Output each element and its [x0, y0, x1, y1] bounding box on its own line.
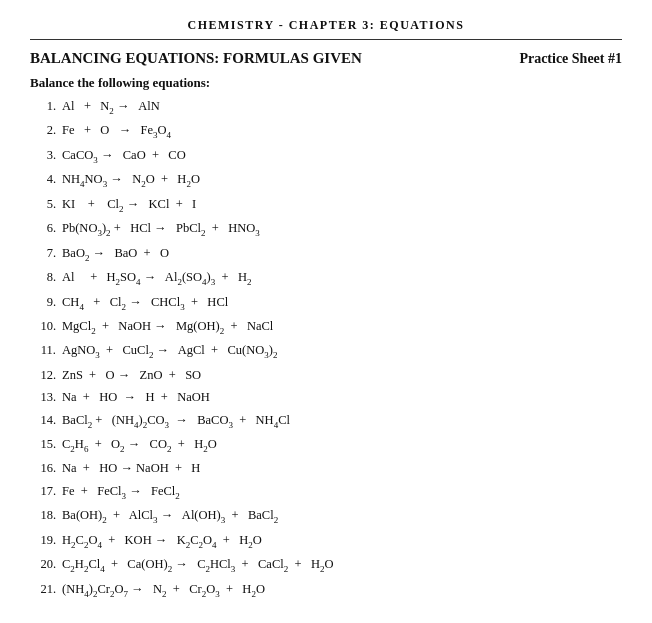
list-item: 21.(NH4)2Cr2O7 → N2 + Cr2O3 + H2O: [30, 580, 622, 601]
equation-content: BaO2 → BaO + O: [62, 244, 622, 265]
equation-number: 9.: [30, 293, 56, 312]
equation-content: MgCl2 + NaOH → Mg(OH)2 + NaCl: [62, 317, 622, 338]
equation-number: 20.: [30, 555, 56, 574]
doc-title-row: BALANCING EQUATIONS: FORMULAS GIVEN Prac…: [30, 50, 622, 67]
equation-content: Fe + FeCl3 → FeCl2: [62, 482, 622, 503]
equation-number: 13.: [30, 388, 56, 407]
doc-title: BALANCING EQUATIONS: FORMULAS GIVEN: [30, 50, 362, 67]
equation-content: BaCl2 + (NH4)2CO3 → BaCO3 + NH4Cl: [62, 411, 622, 432]
list-item: 12.ZnS + O → ZnO + SO: [30, 366, 622, 385]
equation-content: H2C2O4 + KOH → K2C2O4 + H2O: [62, 531, 622, 552]
instructions: Balance the following equations:: [30, 75, 622, 91]
list-item: 3.CaCO3 → CaO + CO: [30, 146, 622, 167]
list-item: 4.NH4NO3 → N2O + H2O: [30, 170, 622, 191]
list-item: 7.BaO2 → BaO + O: [30, 244, 622, 265]
equation-content: CaCO3 → CaO + CO: [62, 146, 622, 167]
list-item: 13.Na + HO → H + NaOH: [30, 388, 622, 407]
equation-content: Pb(NO3)2 + HCl → PbCl2 + HNO3: [62, 219, 622, 240]
equation-number: 16.: [30, 459, 56, 478]
equation-number: 5.: [30, 195, 56, 214]
equation-number: 2.: [30, 121, 56, 140]
equations-list: 1.Al + N2 → AlN2.Fe + O → Fe3O43.CaCO3 →…: [30, 97, 622, 601]
equation-content: AgNO3 + CuCl2 → AgCl + Cu(NO3)2: [62, 341, 622, 362]
equation-number: 3.: [30, 146, 56, 165]
list-item: 10.MgCl2 + NaOH → Mg(OH)2 + NaCl: [30, 317, 622, 338]
equation-content: NH4NO3 → N2O + H2O: [62, 170, 622, 191]
list-item: 15.C2H6 + O2 → CO2 + H2O: [30, 435, 622, 456]
equation-content: Fe + O → Fe3O4: [62, 121, 622, 142]
equation-number: 1.: [30, 97, 56, 116]
equation-content: C2H6 + O2 → CO2 + H2O: [62, 435, 622, 456]
list-item: 20.C2H2Cl4 + Ca(OH)2 → C2HCl3 + CaCl2 + …: [30, 555, 622, 576]
list-item: 9.CH4 + Cl2 → CHCl3 + HCl: [30, 293, 622, 314]
equation-number: 15.: [30, 435, 56, 454]
list-item: 1.Al + N2 → AlN: [30, 97, 622, 118]
list-item: 8.Al + H2SO4 → Al2(SO4)3 + H2: [30, 268, 622, 289]
equation-content: Al + N2 → AlN: [62, 97, 622, 118]
practice-label: Practice Sheet #1: [519, 51, 622, 67]
equation-number: 7.: [30, 244, 56, 263]
page-header: CHEMISTRY - CHAPTER 3: EQUATIONS: [30, 18, 622, 40]
equation-number: 18.: [30, 506, 56, 525]
equation-number: 11.: [30, 341, 56, 360]
equation-number: 4.: [30, 170, 56, 189]
equation-content: Na + HO → H + NaOH: [62, 388, 622, 407]
equation-content: Na + HO → NaOH + H: [62, 459, 622, 478]
equation-number: 8.: [30, 268, 56, 287]
equation-content: ZnS + O → ZnO + SO: [62, 366, 622, 385]
equation-number: 12.: [30, 366, 56, 385]
list-item: 6.Pb(NO3)2 + HCl → PbCl2 + HNO3: [30, 219, 622, 240]
equation-number: 10.: [30, 317, 56, 336]
equation-number: 6.: [30, 219, 56, 238]
equation-content: KI + Cl2 → KCl + I: [62, 195, 622, 216]
list-item: 17.Fe + FeCl3 → FeCl2: [30, 482, 622, 503]
equation-content: Ba(OH)2 + AlCl3 → Al(OH)3 + BaCl2: [62, 506, 622, 527]
equation-content: CH4 + Cl2 → CHCl3 + HCl: [62, 293, 622, 314]
equation-content: (NH4)2Cr2O7 → N2 + Cr2O3 + H2O: [62, 580, 622, 601]
list-item: 2.Fe + O → Fe3O4: [30, 121, 622, 142]
equation-content: C2H2Cl4 + Ca(OH)2 → C2HCl3 + CaCl2 + H2O: [62, 555, 622, 576]
equation-number: 21.: [30, 580, 56, 599]
list-item: 11.AgNO3 + CuCl2 → AgCl + Cu(NO3)2: [30, 341, 622, 362]
list-item: 14.BaCl2 + (NH4)2CO3 → BaCO3 + NH4Cl: [30, 411, 622, 432]
list-item: 18.Ba(OH)2 + AlCl3 → Al(OH)3 + BaCl2: [30, 506, 622, 527]
equation-number: 14.: [30, 411, 56, 430]
list-item: 5.KI + Cl2 → KCl + I: [30, 195, 622, 216]
header-title: CHEMISTRY - CHAPTER 3: EQUATIONS: [188, 18, 465, 32]
list-item: 16.Na + HO → NaOH + H: [30, 459, 622, 478]
equation-number: 19.: [30, 531, 56, 550]
equation-content: Al + H2SO4 → Al2(SO4)3 + H2: [62, 268, 622, 289]
list-item: 19.H2C2O4 + KOH → K2C2O4 + H2O: [30, 531, 622, 552]
equation-number: 17.: [30, 482, 56, 501]
